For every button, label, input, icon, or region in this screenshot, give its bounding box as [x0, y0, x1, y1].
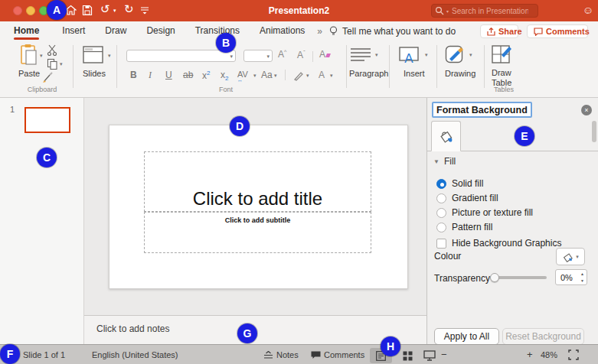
comments-button[interactable]: Comments	[527, 24, 588, 38]
shrink-font-button[interactable]: Aˇ	[297, 49, 306, 60]
zoom-out-button[interactable]: −	[441, 349, 447, 360]
font-size-combobox[interactable]: ▾	[243, 50, 273, 62]
share-icon	[487, 28, 495, 36]
slide-editing-area[interactable]: Click to add title Click to add subtitle	[109, 125, 408, 289]
font-colour-chevron-icon[interactable]: ▾	[330, 73, 333, 79]
home-icon[interactable]	[65, 5, 77, 16]
undo-icon[interactable]: ↺	[100, 3, 110, 15]
slide-thumbnail[interactable]	[25, 107, 70, 133]
comments-toggle-icon[interactable]	[311, 351, 321, 359]
language-indicator[interactable]: English (United States)	[92, 350, 178, 359]
paragraph-button[interactable]	[350, 47, 371, 61]
panel-tab-strip	[427, 120, 598, 151]
font-name-chevron-icon[interactable]: ▾	[230, 54, 233, 60]
small-divider	[312, 51, 313, 62]
slides-chevron-icon[interactable]: ▾	[108, 53, 111, 59]
window-close-button[interactable]	[13, 6, 22, 15]
format-painter-icon[interactable]	[42, 72, 54, 83]
search-input[interactable]	[452, 7, 528, 15]
underline-button[interactable]: U	[165, 70, 172, 80]
highlight-chevron-icon[interactable]: ▾	[306, 73, 309, 79]
colour-picker-button[interactable]: ▾	[556, 248, 585, 265]
strikethrough-button[interactable]: ab	[183, 70, 193, 80]
hide-background-graphics-checkbox[interactable]: Hide Background Graphics	[436, 238, 561, 249]
drawing-button[interactable]	[445, 45, 466, 65]
character-spacing-chevron-icon[interactable]: ▾	[253, 73, 257, 79]
radio-solid-fill[interactable]: Solid fill	[436, 178, 483, 189]
insert-button[interactable]: A	[399, 46, 422, 64]
paste-button[interactable]	[18, 44, 38, 66]
tab-animations[interactable]: Animations	[260, 22, 305, 41]
subtitle-placeholder-text: Click to add subtitle	[225, 216, 291, 224]
tab-draw[interactable]: Draw	[105, 22, 126, 41]
fill-section-header[interactable]: ▼ Fill	[433, 156, 456, 167]
clear-formatting-button[interactable]: A	[319, 49, 330, 60]
section-collapse-icon[interactable]: ▼	[433, 158, 440, 165]
notes-toggle-icon[interactable]	[263, 351, 273, 359]
copy-chevron-icon[interactable]: ▾	[60, 61, 63, 67]
slideshow-view-button[interactable]	[418, 348, 440, 363]
search-box[interactable]: ▾	[431, 4, 538, 18]
copy-icon[interactable]	[47, 58, 58, 70]
more-tabs-icon[interactable]: »	[317, 26, 322, 37]
stepper-icons[interactable]: ▲▼	[580, 271, 584, 284]
undo-chevron-icon[interactable]: ▾	[113, 8, 116, 14]
subtitle-placeholder[interactable]: Click to add subtitle	[144, 212, 371, 253]
tell-me-control[interactable]: Tell me what you want to do	[329, 26, 456, 37]
tab-home[interactable]: Home	[14, 22, 39, 41]
save-icon[interactable]	[82, 5, 93, 16]
group-divider	[116, 45, 117, 88]
zoom-in-button[interactable]: +	[527, 349, 533, 360]
grow-font-button[interactable]: A^	[278, 49, 286, 60]
font-colour-button[interactable]: A	[319, 70, 325, 80]
paragraph-label: Paragraph	[349, 69, 388, 78]
comments-toggle-label[interactable]: Comments	[324, 350, 364, 359]
paste-chevron-icon[interactable]: ▾	[40, 53, 43, 59]
title-placeholder[interactable]: Click to add title	[144, 151, 371, 212]
slides-button[interactable]	[83, 46, 103, 63]
paragraph-chevron-icon[interactable]: ▾	[375, 52, 378, 58]
search-scope-chevron-icon[interactable]: ▾	[446, 8, 449, 14]
insert-chevron-icon[interactable]: ▾	[425, 52, 428, 58]
font-size-chevron-icon[interactable]: ▾	[266, 54, 270, 60]
font-name-combobox[interactable]: ▾	[126, 50, 236, 62]
tab-design[interactable]: Design	[146, 22, 175, 41]
bold-button[interactable]: B	[130, 70, 137, 80]
group-divider	[346, 45, 347, 88]
panel-scrollbar-thumb[interactable]	[592, 121, 596, 142]
apply-to-all-button[interactable]: Apply to All	[434, 328, 499, 345]
radio-pattern-fill[interactable]: Pattern fill	[436, 222, 492, 232]
superscript-button[interactable]: x2	[202, 70, 210, 81]
redo-icon[interactable]: ↻	[124, 3, 134, 15]
annotation-badge-b: B	[216, 33, 236, 53]
change-case-chevron-icon[interactable]: ▾	[274, 73, 277, 79]
italic-button[interactable]: I	[149, 70, 152, 81]
feedback-smiley-icon[interactable]: ☺	[583, 4, 593, 16]
window-minimize-button[interactable]	[26, 6, 35, 15]
customize-toolbar-icon[interactable]	[141, 7, 149, 15]
radio-picture-texture-fill[interactable]: Picture or texture fill	[436, 207, 533, 218]
draw-table-button[interactable]	[492, 45, 513, 65]
comments-label: Comments	[546, 27, 590, 36]
radio-gradient-fill[interactable]: Gradient fill	[436, 193, 498, 203]
cut-icon[interactable]	[47, 44, 58, 56]
subscript-button[interactable]: x2	[221, 70, 228, 82]
change-case-button[interactable]: Aa	[261, 70, 273, 80]
annotation-badge-g: G	[237, 323, 257, 343]
transparency-value: 0%	[560, 273, 573, 282]
notes-toggle-label[interactable]: Notes	[276, 350, 299, 359]
close-panel-icon[interactable]: ×	[581, 105, 592, 115]
radio-label: Picture or texture fill	[452, 207, 533, 218]
transparency-slider-track[interactable]	[492, 276, 547, 279]
slide-sorter-view-button[interactable]	[397, 348, 419, 363]
format-background-title: Format Background	[432, 102, 532, 118]
share-button[interactable]: Share	[480, 24, 518, 38]
fit-to-window-icon[interactable]	[568, 349, 579, 360]
transparency-slider-thumb[interactable]	[490, 273, 499, 282]
zoom-percentage[interactable]: 48%	[541, 350, 557, 359]
drawing-chevron-icon[interactable]: ▾	[469, 52, 472, 58]
tab-insert[interactable]: Insert	[62, 22, 85, 41]
transparency-value-field[interactable]: 0% ▲▼	[555, 269, 587, 285]
fill-tab[interactable]	[431, 121, 461, 151]
highlight-pen-icon[interactable]	[293, 70, 304, 81]
